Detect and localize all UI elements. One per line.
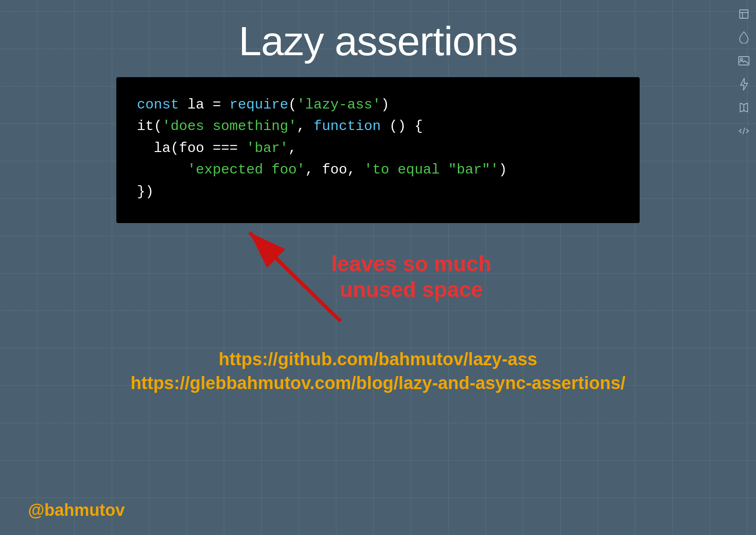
author-label: @bahmutov bbox=[28, 500, 125, 520]
delete-icon[interactable] bbox=[736, 7, 751, 22]
image-icon[interactable] bbox=[736, 53, 751, 68]
links-section: https://github.com/bahmutov/lazy-ass htt… bbox=[130, 349, 625, 393]
code-icon[interactable] bbox=[736, 123, 751, 138]
code-block: const la = require('lazy-ass') it('does … bbox=[116, 77, 640, 224]
code-section: const la = require('lazy-ass') it('does … bbox=[116, 64, 640, 336]
droplet-icon[interactable] bbox=[736, 30, 751, 45]
book-icon[interactable] bbox=[736, 100, 751, 115]
svg-rect-3 bbox=[739, 57, 749, 65]
code-content: const la = require('lazy-ass') it('does … bbox=[137, 94, 619, 203]
slide-title: Lazy assertions bbox=[239, 19, 517, 64]
svg-line-6 bbox=[743, 128, 745, 134]
slide: Lazy assertions const la = require('lazy… bbox=[0, 0, 756, 535]
toolbar bbox=[732, 0, 756, 535]
svg-rect-0 bbox=[740, 10, 748, 18]
lightning-icon[interactable] bbox=[736, 77, 751, 92]
link-blog[interactable]: https://glebbahmutov.com/blog/lazy-and-a… bbox=[130, 373, 625, 393]
annotation-area: leaves so much unused space bbox=[116, 223, 640, 335]
link-github[interactable]: https://github.com/bahmutov/lazy-ass bbox=[219, 349, 537, 369]
svg-line-8 bbox=[250, 232, 341, 321]
annotation-text: leaves so much unused space bbox=[331, 251, 492, 303]
